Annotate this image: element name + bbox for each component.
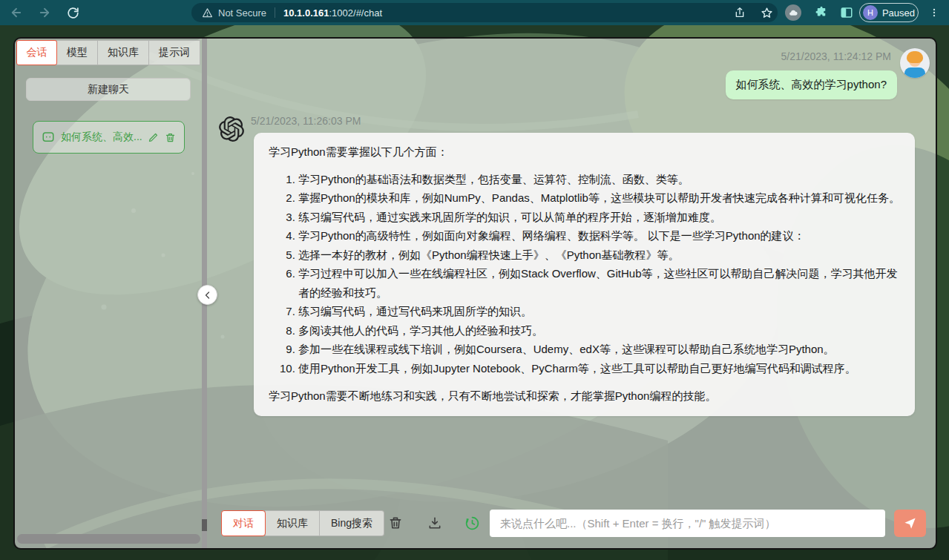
sidebar: 会话 模型 知识库 提示词 新建聊天 如何系统、高效... — [15, 39, 202, 548]
mode-tab-bing-search[interactable]: Bing搜索 — [319, 510, 384, 536]
sidebar-tabs: 会话 模型 知识库 提示词 — [16, 40, 202, 65]
conversation-title: 如何系统、高效... — [61, 131, 142, 144]
profile-avatar: H — [863, 5, 878, 20]
url-host: 10.1.0.161 — [283, 7, 329, 19]
security-label: Not Secure — [218, 7, 266, 19]
sidebar-collapse-button[interactable] — [197, 285, 217, 305]
chat-main-area: 5/21/2023, 11:24:12 PM 如何系统、高效的学习python?… — [207, 39, 937, 548]
openai-logo-icon — [219, 116, 244, 142]
tab-conversations[interactable]: 会话 — [16, 40, 57, 65]
browser-toolbar: Not Secure 10.1.0.161:1002/#/chat H Paus… — [0, 0, 949, 25]
tab-prompts[interactable]: 提示词 — [148, 40, 200, 65]
assistant-message-bubble: 学习Python需要掌握以下几个方面： 学习Python的基础语法和数据类型，包… — [254, 133, 915, 416]
assistant-list-item: 学习Python的基础语法和数据类型，包括变量、运算符、控制流、函数、类等。 — [298, 170, 900, 189]
address-divider — [275, 7, 275, 18]
assistant-message-timestamp: 5/21/2023, 11:26:03 PM — [251, 115, 361, 127]
chat-app-window: 会话 模型 知识库 提示词 新建聊天 如何系统、高效... — [13, 37, 937, 550]
assistant-list-item: 多阅读其他人的代码，学习其他人的经验和技巧。 — [298, 321, 900, 340]
url-path: :1002/#/chat — [329, 7, 383, 19]
assistant-list-item: 使用Python开发工具，例如Jupyter Notebook、PyCharm等… — [298, 359, 900, 378]
sidebar-horizontal-scrollbar[interactable] — [17, 534, 200, 544]
address-bar[interactable]: Not Secure 10.1.0.161:1002/#/chat — [191, 3, 778, 22]
tab-models[interactable]: 模型 — [56, 40, 98, 65]
side-panel-icon[interactable] — [838, 4, 855, 21]
user-message-bubble: 如何系统、高效的学习python? — [726, 70, 897, 99]
new-chat-button[interactable]: 新建聊天 — [26, 78, 191, 101]
menu-dots-icon[interactable] — [926, 4, 942, 21]
conversation-item[interactable]: 如何系统、高效... — [33, 121, 185, 154]
bookmark-star-icon[interactable] — [758, 4, 775, 21]
history-clock-icon[interactable] — [462, 513, 482, 533]
assistant-list: 学习Python的基础语法和数据类型，包括变量、运算符、控制流、函数、类等。掌握… — [269, 170, 900, 378]
share-icon[interactable] — [732, 4, 748, 21]
assistant-list-item: 练习编写代码，通过写代码来巩固所学的知识。 — [298, 302, 900, 321]
assistant-outro: 学习Python需要不断地练习和实践，只有不断地尝试和探索，才能掌握Python… — [269, 386, 900, 406]
edit-pencil-icon[interactable] — [148, 132, 159, 143]
clear-trash-icon[interactable] — [386, 513, 405, 533]
assistant-list-item: 选择一本好的教材，例如《Python编程快速上手》、《Python基础教程》等。 — [298, 246, 900, 265]
mode-tab-knowledge-base[interactable]: 知识库 — [265, 510, 320, 536]
user-avatar — [900, 48, 930, 78]
assistant-list-item: 练习编写代码，通过实践来巩固所学的知识，可以从简单的程序开始，逐渐增加难度。 — [298, 208, 900, 227]
profile-pill[interactable]: H Paused — [859, 3, 919, 22]
extension-cloud-icon[interactable] — [785, 4, 801, 21]
extensions-puzzle-icon[interactable] — [813, 4, 830, 21]
assistant-list-item: 参加一些在线课程或线下培训，例如Coursera、Udemy、edX等，这些课程… — [298, 340, 900, 359]
assistant-list-item: 掌握Python的模块和库，例如NumPy、Pandas、Matplotlib等… — [298, 188, 900, 208]
profile-status: Paused — [882, 7, 915, 19]
sidebar-scrollbar-thumb[interactable] — [202, 519, 207, 531]
tab-knowledge-base[interactable]: 知识库 — [97, 40, 149, 65]
mode-tab-chat[interactable]: 对话 — [221, 510, 266, 536]
web-page: 会话 模型 知识库 提示词 新建聊天 如何系统、高效... — [0, 25, 949, 560]
reload-icon[interactable] — [64, 4, 82, 22]
input-mode-tabs: 对话 知识库 Bing搜索 — [221, 510, 384, 536]
assistant-list-item: 学习过程中可以加入一些在线编程社区，例如Stack Overflow、GitHu… — [298, 264, 900, 302]
warning-triangle-icon — [202, 7, 213, 19]
message-input[interactable] — [490, 510, 885, 537]
export-download-icon[interactable] — [425, 513, 444, 533]
back-icon[interactable] — [7, 4, 25, 22]
delete-trash-icon[interactable] — [165, 132, 176, 143]
user-message-timestamp: 5/21/2023, 11:24:12 PM — [781, 50, 891, 62]
assistant-list-item: 学习Python的高级特性，例如面向对象编程、网络编程、数据科学等。 以下是一些… — [298, 226, 900, 246]
assistant-intro: 学习Python需要掌握以下几个方面： — [269, 142, 900, 162]
forward-icon[interactable] — [36, 4, 53, 22]
send-button[interactable] — [894, 510, 926, 537]
message-bubble-icon — [42, 131, 55, 144]
